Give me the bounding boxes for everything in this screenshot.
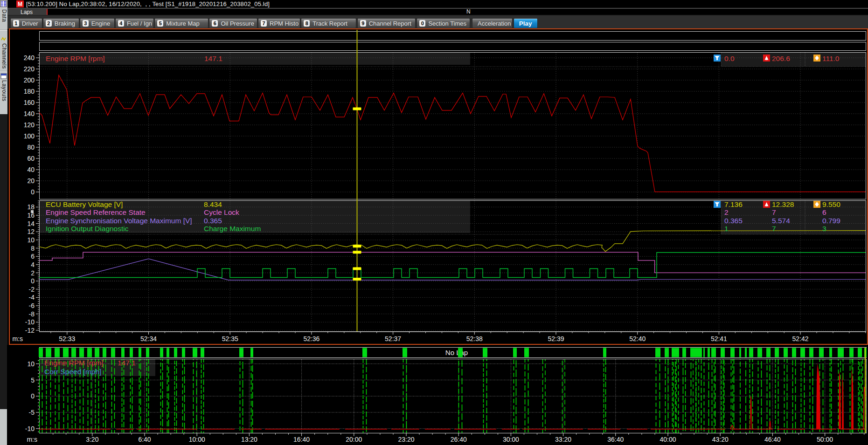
- svg-text:52:36: 52:36: [303, 335, 319, 342]
- svg-text:0: 0: [31, 392, 35, 400]
- svg-text:20:00: 20:00: [346, 436, 362, 443]
- svg-text:m:s: m:s: [27, 436, 37, 443]
- svg-text:50:00: 50:00: [817, 436, 833, 443]
- svg-text:Engine Speed Reference State: Engine Speed Reference State: [46, 208, 146, 216]
- svg-text:40:00: 40:00: [660, 436, 676, 443]
- svg-text:-2: -2: [29, 286, 35, 293]
- svg-text:4: 4: [31, 261, 35, 268]
- svg-text:10: 10: [27, 236, 35, 244]
- svg-text:180: 180: [24, 88, 35, 95]
- svg-text:0.0: 0.0: [724, 55, 735, 62]
- svg-text:52:39: 52:39: [548, 335, 564, 342]
- svg-text:7.136: 7.136: [724, 200, 743, 208]
- svg-text:-4: -4: [29, 294, 35, 301]
- svg-text:52:38: 52:38: [466, 335, 483, 342]
- svg-text:Cycle Lock: Cycle Lock: [204, 208, 239, 216]
- svg-text:14: 14: [27, 220, 35, 227]
- svg-text:Corr Speed [mph]: Corr Speed [mph]: [44, 368, 101, 376]
- svg-text:52:34: 52:34: [140, 335, 157, 342]
- svg-text:-12: -12: [25, 327, 35, 334]
- svg-text:M: M: [18, 1, 22, 7]
- svg-text:0.365: 0.365: [204, 217, 222, 225]
- svg-text:7: 7: [772, 225, 776, 233]
- svg-text:Ignition Output Diagnostic: Ignition Output Diagnostic: [46, 225, 129, 233]
- svg-text:100: 100: [24, 132, 35, 140]
- svg-text:111.0: 111.0: [822, 55, 840, 62]
- svg-text:30:00: 30:00: [503, 436, 519, 443]
- svg-text:3: 3: [822, 225, 826, 233]
- svg-text:147.1: 147.1: [204, 55, 222, 62]
- svg-text:52:40: 52:40: [629, 335, 646, 342]
- svg-text:6:40: 6:40: [138, 436, 151, 443]
- svg-text:-5: -5: [29, 409, 35, 416]
- svg-text:13:20: 13:20: [241, 436, 257, 443]
- svg-text:18: 18: [27, 203, 35, 211]
- svg-text:9.550: 9.550: [822, 200, 840, 208]
- svg-text:43:20: 43:20: [712, 436, 729, 443]
- svg-text:12.328: 12.328: [772, 200, 794, 208]
- svg-text:52:35: 52:35: [222, 335, 238, 342]
- svg-text:33:20: 33:20: [555, 436, 571, 443]
- svg-text:26:40: 26:40: [451, 436, 467, 443]
- svg-text:80: 80: [27, 144, 35, 151]
- svg-text:7: 7: [772, 208, 776, 216]
- svg-text:No Lap: No Lap: [445, 349, 468, 356]
- svg-text:20: 20: [27, 177, 35, 185]
- svg-text:10: 10: [27, 360, 35, 368]
- svg-text:6: 6: [822, 208, 826, 216]
- svg-text:60: 60: [27, 155, 35, 162]
- svg-text:Charge Maximum: Charge Maximum: [204, 225, 261, 233]
- svg-text:52:33: 52:33: [59, 335, 75, 342]
- svg-text:52:37: 52:37: [385, 335, 401, 342]
- svg-text:3:20: 3:20: [86, 436, 98, 443]
- svg-text:52:41: 52:41: [711, 335, 727, 342]
- svg-text:5.574: 5.574: [772, 217, 790, 225]
- svg-text:Engine Synchronisation Voltage: Engine Synchronisation Voltage Maximum […: [46, 217, 192, 225]
- svg-text:23:20: 23:20: [398, 436, 414, 443]
- svg-text:120: 120: [24, 121, 35, 129]
- svg-text:-8: -8: [29, 310, 35, 318]
- svg-text:200: 200: [24, 76, 35, 84]
- svg-text:220: 220: [24, 65, 35, 73]
- svg-text:206.6: 206.6: [772, 55, 790, 62]
- svg-text:52:42: 52:42: [792, 335, 809, 342]
- svg-text:Engine RPM [rpm]: Engine RPM [rpm]: [44, 359, 104, 367]
- svg-text:6: 6: [31, 253, 35, 260]
- svg-text:1: 1: [724, 225, 729, 233]
- svg-text:m:s: m:s: [12, 335, 23, 342]
- svg-text:5: 5: [31, 377, 35, 384]
- svg-text:0: 0: [31, 188, 35, 196]
- svg-text:46:40: 46:40: [764, 436, 781, 443]
- svg-text:160: 160: [24, 99, 35, 106]
- svg-text:16:40: 16:40: [293, 436, 310, 443]
- svg-text:36:40: 36:40: [607, 436, 624, 443]
- svg-text:10:00: 10:00: [189, 436, 205, 443]
- svg-text:8.434: 8.434: [204, 200, 222, 208]
- svg-text:-10: -10: [25, 318, 35, 326]
- svg-text:8: 8: [31, 245, 35, 252]
- svg-text:0.365: 0.365: [724, 217, 743, 225]
- svg-text:-10: -10: [25, 425, 35, 432]
- svg-text:12: 12: [27, 228, 35, 235]
- svg-text:0.799: 0.799: [822, 217, 840, 225]
- svg-text:ECU Battery Voltage [V]: ECU Battery Voltage [V]: [46, 200, 123, 208]
- svg-text:Engine RPM [rpm]: Engine RPM [rpm]: [46, 55, 105, 62]
- svg-text:2: 2: [31, 269, 35, 277]
- svg-text:147.1: 147.1: [118, 359, 136, 367]
- svg-text:140: 140: [24, 110, 35, 117]
- svg-text:2: 2: [724, 208, 729, 216]
- svg-text:-6: -6: [29, 302, 35, 309]
- svg-text:40: 40: [27, 166, 35, 173]
- svg-text:0: 0: [31, 277, 35, 285]
- svg-text:240: 240: [24, 54, 35, 62]
